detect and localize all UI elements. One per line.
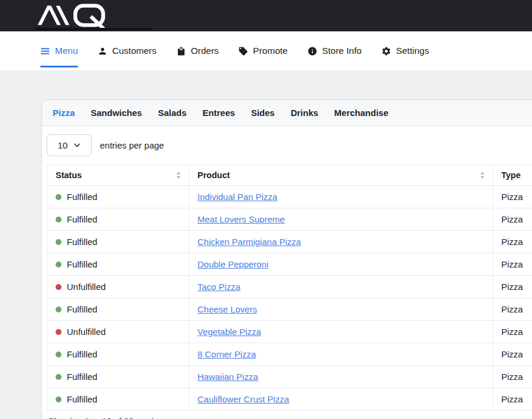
- bag-icon: [176, 46, 186, 56]
- tab-sandwiches[interactable]: Sandwiches: [91, 108, 142, 118]
- product-cell: Chicken Parmigiana Pizza: [189, 231, 493, 253]
- status-dot-icon: [56, 374, 61, 380]
- sort-icon[interactable]: [176, 171, 181, 179]
- entries-per-page-label: entries per page: [100, 140, 164, 150]
- tab-merchandise[interactable]: Merchandise: [334, 108, 388, 118]
- status-dot-icon: [56, 194, 61, 200]
- person-icon: [98, 46, 108, 56]
- nav-item-label: Settings: [396, 46, 429, 56]
- column-header-status[interactable]: Status: [47, 165, 189, 186]
- type-cell: Pizza: [493, 231, 532, 253]
- status-cell: Unfulfilled: [47, 276, 189, 298]
- table-row: Fulfilled Meat Lovers Supreme Pizza: [47, 208, 532, 231]
- nav-item-label: Customers: [112, 46, 157, 56]
- type-cell: Pizza: [493, 186, 532, 208]
- status-cell: Fulfilled: [47, 231, 189, 253]
- product-cell: 8 Corner Pizza: [189, 343, 493, 366]
- nav-item-label: Promote: [253, 46, 288, 56]
- nav-item-store-info[interactable]: Store Info: [307, 31, 362, 70]
- tab-drinks[interactable]: Drinks: [291, 108, 319, 118]
- column-header-product[interactable]: Product: [189, 165, 493, 186]
- status-cell: Fulfilled: [47, 186, 189, 208]
- type-cell: Pizza: [493, 208, 532, 231]
- product-link[interactable]: Cheese Lovers: [197, 304, 257, 314]
- menu-card: Pizza Sandwiches Salads Entrees Sides Dr…: [41, 99, 532, 419]
- tab-entrees[interactable]: Entrees: [203, 108, 235, 118]
- status-cell: Fulfilled: [47, 366, 189, 388]
- type-cell: Pizza: [493, 253, 532, 276]
- nav-item-customers[interactable]: Customers: [98, 31, 157, 70]
- nav-item-orders[interactable]: Orders: [176, 31, 219, 70]
- table-summary: Showing 1 to 10 of 20 entries: [47, 416, 532, 419]
- nav-item-settings[interactable]: Settings: [381, 31, 429, 70]
- type-cell: Pizza: [493, 276, 532, 298]
- type-cell: Pizza: [493, 366, 532, 388]
- product-cell: Cheese Lovers: [189, 298, 493, 321]
- brand-logo-icon: [37, 3, 106, 30]
- table-row: Fulfilled Cauliflower Crust Pizza Pizza: [47, 388, 532, 411]
- products-table: Status Product Type Fulfilled Individual…: [47, 165, 532, 411]
- type-cell: Pizza: [493, 298, 532, 321]
- product-link[interactable]: Double Pepperoni: [197, 259, 268, 269]
- table-row: Fulfilled 8 Corner Pizza Pizza: [47, 343, 532, 366]
- product-link[interactable]: Hawaiian Pizza: [197, 372, 258, 382]
- status-cell: Fulfilled: [47, 388, 189, 411]
- product-cell: Meat Lovers Supreme: [189, 208, 493, 231]
- entries-per-page-value: 10: [58, 140, 68, 150]
- table-row: Fulfilled Cheese Lovers Pizza: [47, 298, 532, 321]
- product-link[interactable]: Individual Pan Pizza: [197, 192, 277, 202]
- type-cell: Pizza: [493, 321, 532, 343]
- column-header-type[interactable]: Type: [493, 165, 532, 186]
- status-cell: Fulfilled: [47, 343, 189, 366]
- table-row: Fulfilled Individual Pan Pizza Pizza: [47, 186, 532, 208]
- status-dot-icon: [56, 352, 61, 357]
- product-link[interactable]: Cauliflower Crust Pizza: [197, 394, 289, 404]
- status-dot-icon: [56, 239, 61, 245]
- product-cell: Cauliflower Crust Pizza: [189, 388, 493, 411]
- table-row: Fulfilled Hawaiian Pizza Pizza: [47, 366, 532, 388]
- logo-underbar: [35, 28, 151, 30]
- status-dot-icon: [56, 329, 61, 335]
- app-header: [0, 0, 532, 31]
- main-nav: Menu Customers Orders Promote Store Info…: [0, 31, 532, 71]
- product-link[interactable]: 8 Corner Pizza: [197, 349, 256, 359]
- product-cell: Vegetable Pizza: [189, 321, 493, 343]
- nav-item-menu[interactable]: Menu: [40, 31, 78, 70]
- product-cell: Hawaiian Pizza: [189, 366, 493, 388]
- table-row: Fulfilled Double Pepperoni Pizza: [47, 253, 532, 276]
- status-dot-icon: [56, 397, 61, 402]
- info-icon: [307, 46, 317, 56]
- table-row: Fulfilled Chicken Parmigiana Pizza Pizza: [47, 231, 532, 253]
- product-cell: Taco Pizza: [189, 276, 493, 298]
- status-cell: Fulfilled: [47, 253, 189, 276]
- product-link[interactable]: Taco Pizza: [197, 282, 241, 292]
- tag-icon: [238, 46, 248, 56]
- product-cell: Individual Pan Pizza: [189, 186, 493, 208]
- product-link[interactable]: Meat Lovers Supreme: [197, 214, 285, 224]
- tab-pizza[interactable]: Pizza: [53, 108, 75, 118]
- tab-sides[interactable]: Sides: [251, 108, 275, 118]
- status-dot-icon: [56, 307, 61, 312]
- type-cell: Pizza: [493, 388, 532, 411]
- type-cell: Pizza: [493, 343, 532, 366]
- status-dot-icon: [56, 262, 61, 267]
- nav-item-label: Orders: [191, 46, 219, 56]
- nav-item-label: Menu: [55, 46, 78, 56]
- product-link[interactable]: Chicken Parmigiana Pizza: [197, 237, 301, 247]
- status-dot-icon: [56, 217, 61, 223]
- status-dot-icon: [56, 284, 61, 290]
- nav-item-promote[interactable]: Promote: [238, 31, 288, 70]
- status-cell: Fulfilled: [47, 208, 189, 231]
- sort-icon[interactable]: [479, 171, 485, 179]
- category-tabs: Pizza Sandwiches Salads Entrees Sides Dr…: [42, 100, 532, 126]
- entries-per-page-row: 10 entries per page: [47, 134, 532, 156]
- card-body: 10 entries per page Status Product Type: [42, 126, 532, 419]
- gear-icon: [381, 46, 391, 56]
- product-cell: Double Pepperoni: [189, 253, 493, 276]
- nav-item-label: Store Info: [322, 46, 362, 56]
- status-cell: Unfulfilled: [47, 321, 189, 343]
- hamburger-icon: [40, 46, 50, 56]
- entries-per-page-select[interactable]: 10: [47, 134, 92, 156]
- tab-salads[interactable]: Salads: [158, 108, 186, 118]
- product-link[interactable]: Vegetable Pizza: [197, 327, 261, 337]
